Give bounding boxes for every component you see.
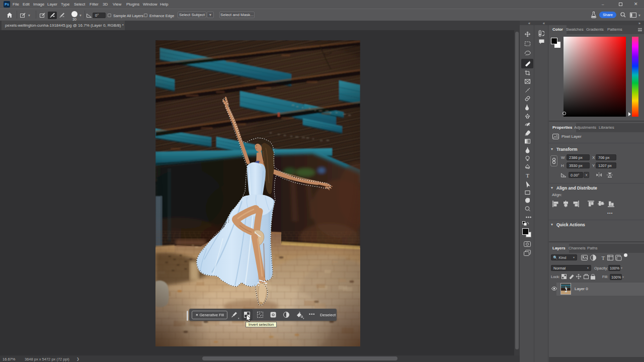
svg-text:T: T (602, 255, 605, 261)
svg-text:T: T (526, 172, 529, 178)
